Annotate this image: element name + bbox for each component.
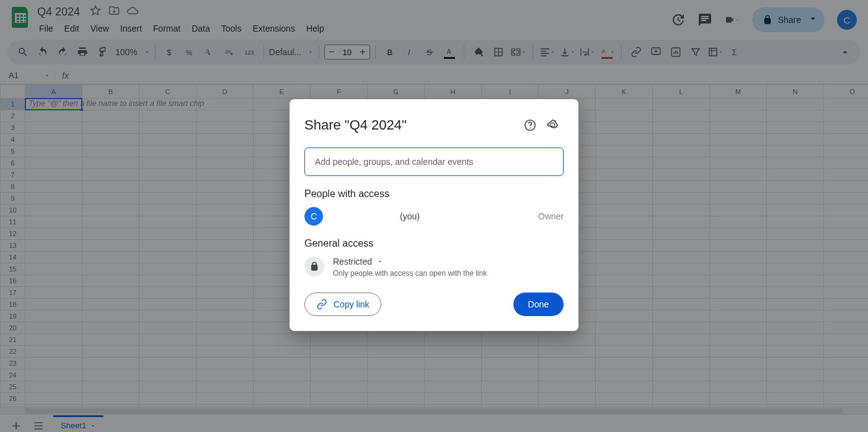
share-dialog: Share "Q4 2024" People with access C (yo… <box>290 99 578 331</box>
lock-icon <box>304 257 324 276</box>
done-button[interactable]: Done <box>513 293 564 316</box>
dialog-title: Share "Q4 2024" <box>304 117 519 133</box>
help-icon[interactable] <box>519 114 541 136</box>
settings-icon[interactable] <box>541 114 564 136</box>
access-level-selector[interactable]: Restricted <box>333 257 487 267</box>
people-access-heading: People with access <box>304 188 564 200</box>
general-access-heading: General access <box>304 238 564 249</box>
copy-link-button[interactable]: Copy link <box>304 293 381 316</box>
person-you-label: (you) <box>400 211 420 221</box>
svg-point-16 <box>529 128 531 129</box>
person-role: Owner <box>538 211 564 221</box>
access-level-description: Only people with access can open with th… <box>333 269 487 278</box>
add-people-input[interactable] <box>304 148 564 176</box>
person-avatar: C <box>304 207 323 226</box>
person-row: C (you) Owner <box>304 207 564 226</box>
